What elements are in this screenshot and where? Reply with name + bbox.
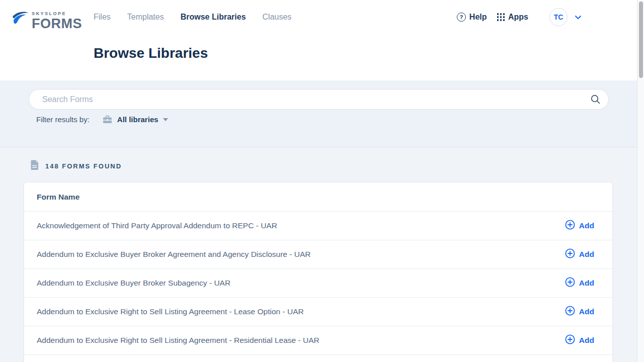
document-icon: [30, 160, 39, 172]
search-box: [29, 89, 609, 110]
add-button-label: Add: [579, 307, 594, 316]
main-nav: Files Templates Browse Libraries Clauses: [94, 13, 291, 22]
results-section: 148 FORMS FOUND Form Name Acknowledgemen…: [0, 147, 637, 362]
table-row: Acknowledgement of Third Party Approval …: [24, 211, 612, 240]
plus-circle-icon: [565, 248, 575, 260]
plus-circle-icon: [565, 220, 575, 232]
add-button[interactable]: Add: [565, 220, 594, 232]
header: SKYSLOPE FORMS Files Templates Browse Li…: [0, 0, 637, 80]
logo-text-skyslope: SKYSLOPE: [32, 12, 82, 16]
library-filter-dropdown[interactable]: All libraries: [103, 115, 168, 124]
form-name-column-header: Form Name: [37, 193, 79, 202]
table-row: Addendum to Exclusive Buyer Broker Agree…: [24, 240, 612, 268]
form-name: Addendum to Exclusive Buyer Broker Subag…: [37, 279, 230, 288]
page-title: Browse Libraries: [94, 45, 208, 61]
avatar[interactable]: TC: [549, 8, 568, 26]
caret-down-icon: [163, 118, 168, 121]
table-row: Addendum to Exclusive Right to Sell List…: [24, 326, 612, 354]
add-button-label: Add: [579, 279, 594, 288]
add-button[interactable]: Add: [565, 248, 594, 260]
add-button[interactable]: Add: [565, 306, 594, 318]
nav-item-clauses[interactable]: Clauses: [263, 13, 292, 22]
chevron-down-icon[interactable]: [575, 15, 582, 20]
apps-grid-icon: [497, 13, 505, 21]
add-button-label: Add: [579, 221, 594, 230]
form-name: Acknowledgement of Third Party Approval …: [37, 221, 277, 230]
filter-selected-value: All libraries: [117, 115, 158, 124]
search-section: Filter results by: All libraries: [0, 80, 637, 147]
add-button[interactable]: Add: [565, 277, 594, 289]
table-row: Addendum to Exclusive Buyer Broker Subag…: [24, 268, 612, 297]
plus-circle-icon: [565, 277, 575, 289]
add-button-label: Add: [579, 250, 594, 259]
skyslope-forms-logo[interactable]: SKYSLOPE FORMS: [11, 10, 82, 31]
help-label: Help: [469, 13, 487, 22]
logo-text: SKYSLOPE FORMS: [32, 12, 82, 31]
logo-text-forms: FORMS: [32, 17, 82, 31]
apps-label: Apps: [508, 13, 528, 22]
scrollbar-thumb[interactable]: [639, 2, 643, 78]
nav-item-files[interactable]: Files: [94, 13, 111, 22]
forms-table: Form Name Acknowledgement of Third Party…: [24, 183, 612, 362]
app-window: SKYSLOPE FORMS Files Templates Browse Li…: [0, 0, 644, 362]
nav-item-browse-libraries[interactable]: Browse Libraries: [181, 13, 246, 22]
help-icon: ?: [457, 13, 466, 22]
add-button-label: Add: [579, 336, 594, 345]
filter-row: Filter results by: All libraries: [36, 115, 168, 124]
add-button[interactable]: Add: [565, 334, 594, 346]
help-button[interactable]: ? Help: [457, 13, 487, 22]
plus-circle-icon: [565, 306, 575, 318]
table-row-partial: [24, 354, 612, 362]
apps-button[interactable]: Apps: [497, 13, 529, 22]
header-actions: ? Help Apps TC: [457, 8, 582, 26]
plus-circle-icon: [565, 334, 575, 346]
search-icon[interactable]: [590, 94, 601, 107]
nav-item-templates[interactable]: Templates: [127, 13, 164, 22]
skyslope-swoosh-icon: [11, 10, 30, 31]
form-name: Addendum to Exclusive Buyer Broker Agree…: [37, 250, 310, 259]
form-name: Addendum to Exclusive Right to Sell List…: [37, 307, 304, 316]
results-count-line: 148 FORMS FOUND: [30, 160, 122, 172]
results-count: 148 FORMS FOUND: [45, 162, 122, 170]
filter-label: Filter results by:: [36, 115, 90, 124]
form-name: Addendum to Exclusive Right to Sell List…: [37, 336, 319, 345]
search-input[interactable]: [29, 89, 609, 110]
table-row: Addendum to Exclusive Right to Sell List…: [24, 297, 612, 326]
scrollbar-track[interactable]: [637, 0, 644, 362]
briefcase-icon: [103, 115, 112, 124]
table-header: Form Name: [24, 183, 612, 211]
